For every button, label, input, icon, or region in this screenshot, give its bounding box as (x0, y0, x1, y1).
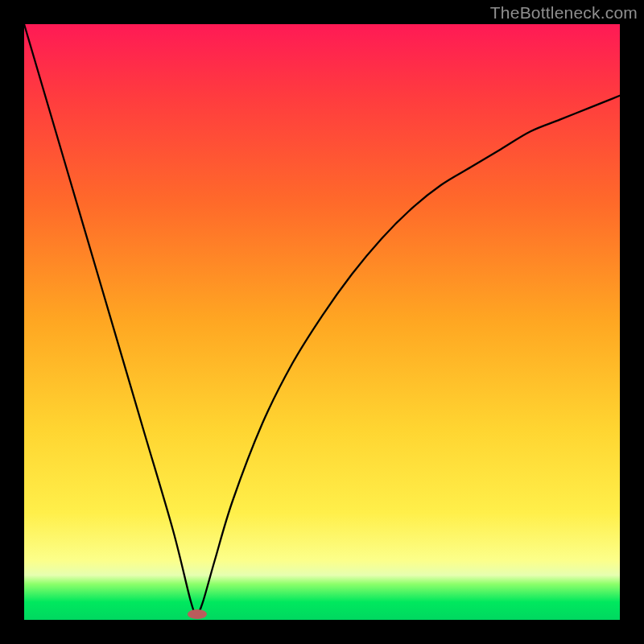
optimum-marker (188, 609, 207, 619)
bottleneck-curve (24, 24, 620, 620)
curve-path (24, 24, 620, 614)
plot-area (24, 24, 620, 620)
chart-frame: TheBottleneck.com (0, 0, 644, 644)
watermark-text: TheBottleneck.com (490, 3, 638, 23)
